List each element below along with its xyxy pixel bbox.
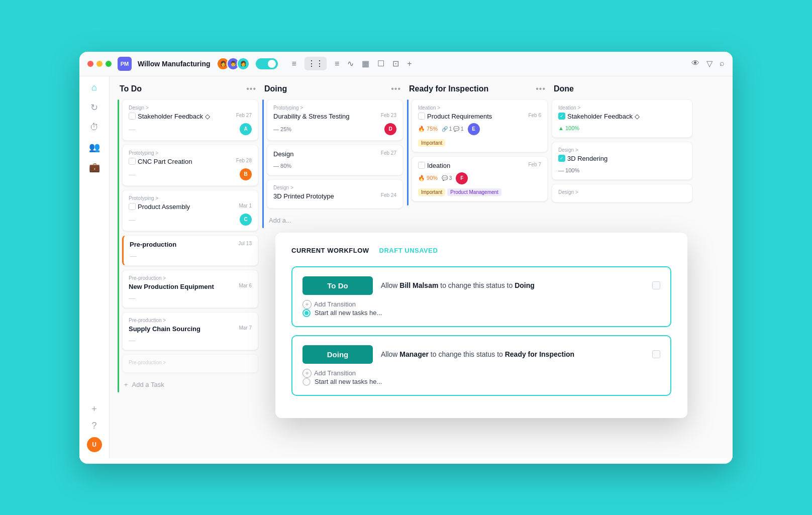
column-menu-todo[interactable]: ••• <box>246 84 256 93</box>
card-dash: — <box>129 336 136 344</box>
card-category: Prototyping > <box>273 105 396 111</box>
sidebar-add-icon[interactable]: + <box>91 404 97 415</box>
card-checkbox[interactable] <box>129 113 136 120</box>
status-pill-doing: Doing <box>302 345 373 364</box>
window-controls <box>87 61 112 67</box>
chart-icon[interactable]: ∿ <box>347 59 354 68</box>
maximize-dot[interactable] <box>106 61 112 67</box>
card-category: Design > <box>273 185 396 190</box>
board-icon[interactable]: ⋮⋮ <box>304 57 327 70</box>
minimize-dot[interactable] <box>96 61 103 67</box>
card-title: 3D Printed Prototype <box>273 192 377 200</box>
card-category: Design > <box>558 189 686 195</box>
add-view-icon[interactable]: + <box>407 59 412 68</box>
sidebar-time-icon[interactable]: ⏱ <box>90 122 99 133</box>
workflow-person: Bill Malsam <box>399 281 438 289</box>
card-date: Mar 6 <box>239 283 252 288</box>
add-task-button[interactable]: + Add a Task <box>122 377 258 392</box>
start-tasks-row-2: Start all new tasks he... <box>302 378 660 386</box>
watch-icon[interactable]: 👁 <box>691 59 699 68</box>
card-title: Durability & Stress Testing <box>273 113 377 120</box>
card-new-production: Pre-production > New Production Equipmen… <box>122 270 258 308</box>
start-tasks-label-2: Start all new tasks he... <box>315 378 382 385</box>
menu-icon[interactable]: ≡ <box>292 59 296 68</box>
workflow-checkbox[interactable] <box>652 281 660 289</box>
card-checkbox[interactable] <box>418 162 425 169</box>
card-title: CNC Part Creation <box>138 158 192 165</box>
card-ideation: Ideation Feb 7 🔥 90% 💬 3 F Important <box>412 156 548 201</box>
workflow-modal: CURRENT WORKFLOW DRAFT UNSAVED To Do All… <box>275 233 687 418</box>
card-cnc: Prototyping > CNC Part Creation Feb 28 — <box>122 145 258 186</box>
sidebar-refresh-icon[interactable]: ↻ <box>90 102 98 113</box>
column-header-todo: To Do ••• <box>118 84 258 99</box>
add-transition-icon-2: + <box>302 369 312 378</box>
workflow-person-2: Manager <box>399 350 429 358</box>
card-date: Feb 28 <box>236 158 252 163</box>
column-header-ready: Ready for Inspection ••• <box>407 84 548 99</box>
view-toggle[interactable] <box>256 58 278 69</box>
card-category: Pre-production > <box>129 318 252 323</box>
close-dot[interactable] <box>87 61 93 67</box>
add-transition-label: Add Transition <box>314 300 356 308</box>
column-menu-ready[interactable]: ••• <box>536 84 546 93</box>
add-task-button-doing[interactable]: Add a... <box>267 213 403 228</box>
card-checkbox-checked[interactable]: ✓ <box>558 155 565 162</box>
workflow-description-2: Allow Manager to change this status to R… <box>381 350 574 358</box>
card-title: 3D Rendering <box>567 155 607 162</box>
modal-tab-current[interactable]: CURRENT WORKFLOW <box>291 247 369 254</box>
modal-tab-draft[interactable]: DRAFT UNSAVED <box>379 247 438 254</box>
card-date: Feb 24 <box>381 192 396 198</box>
sidebar-help-icon[interactable]: ? <box>91 421 96 431</box>
user-avatar[interactable]: U <box>87 437 102 452</box>
doc-icon[interactable]: ☐ <box>377 59 384 68</box>
add-transition-icon: + <box>302 300 312 309</box>
card-checkbox[interactable] <box>129 203 136 210</box>
card-checkbox-checked[interactable]: ✓ <box>558 113 565 120</box>
search-icon[interactable]: ⌕ <box>720 59 725 68</box>
add-transition-button-2[interactable]: + Add Transition <box>302 369 660 378</box>
column-header-done: Done <box>552 84 692 99</box>
add-task-icon: + <box>124 381 128 388</box>
column-header-doing: Doing ••• <box>262 84 403 99</box>
radio-unchecked[interactable] <box>302 378 311 386</box>
sidebar-home-icon[interactable]: ⌂ <box>91 82 97 93</box>
list-icon[interactable]: ≡ <box>335 59 339 68</box>
app-window: PM Willow Manufacturing 👩 👨 👩 ≡ ⋮⋮ ≡ ∿ ▦… <box>79 52 733 464</box>
sidebar: ⌂ ↻ ⏱ 👥 💼 + ? U <box>79 76 110 458</box>
column-menu-doing[interactable]: ••• <box>391 84 401 93</box>
card-category: Pre-production > <box>129 360 252 365</box>
card-avatar: D <box>384 123 396 135</box>
card-avatar: E <box>468 123 480 135</box>
table-icon[interactable]: ⊡ <box>392 59 399 68</box>
column-title-done: Done <box>554 84 574 93</box>
sidebar-work-icon[interactable]: 💼 <box>89 162 100 173</box>
column-title-todo: To Do <box>120 84 142 93</box>
filter-icon[interactable]: ▽ <box>706 59 713 68</box>
card-date: Feb 23 <box>381 113 396 118</box>
card-title: Pre-production <box>130 241 234 248</box>
column-title-ready: Ready for Inspection <box>409 84 488 93</box>
card-product-assembly: Prototyping > Product Assembly Mar 1 — <box>122 190 258 231</box>
card-title: Design <box>273 150 377 158</box>
card-category: Pre-production > <box>129 275 252 281</box>
workflow-status-row-2: Doing Allow Manager to change this statu… <box>302 345 660 364</box>
sidebar-people-icon[interactable]: 👥 <box>89 142 100 153</box>
add-transition-button[interactable]: + Add Transition <box>302 300 660 309</box>
card-dash: — <box>129 125 136 133</box>
modal-header: CURRENT WORKFLOW DRAFT UNSAVED <box>291 247 671 254</box>
avatar-3: 👩 <box>237 57 250 70</box>
workflow-checkbox-2[interactable] <box>652 350 660 358</box>
card-avatar: A <box>240 123 252 135</box>
card-date: Feb 7 <box>528 162 541 167</box>
card-checkbox[interactable] <box>129 158 136 165</box>
workflow-target-2: Ready for Inspection <box>505 350 574 358</box>
workflow-status-row: To Do Allow Bill Malsam to change this s… <box>302 276 660 295</box>
card-title: Stakeholder Feedback ◇ <box>567 113 640 120</box>
radio-checked[interactable] <box>302 309 311 317</box>
start-tasks-label: Start all new tasks he... <box>315 309 382 317</box>
card-design: Design Feb 27 — 80% <box>267 145 403 175</box>
card-stakeholder-feedback: Design > Stakeholder Feedback ◇ Feb 27 — <box>122 99 258 141</box>
calendar-icon[interactable]: ▦ <box>362 59 369 68</box>
add-transition-label-2: Add Transition <box>314 369 356 377</box>
card-checkbox[interactable] <box>418 113 425 120</box>
